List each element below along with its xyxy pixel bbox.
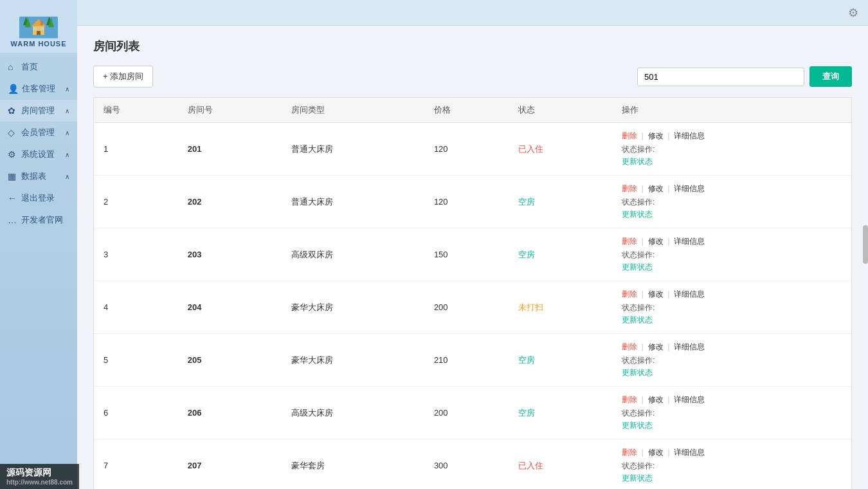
cell-status: 空房 [509,228,612,281]
detail-button[interactable]: 详细信息 [674,395,705,404]
edit-button[interactable]: 修改 [648,237,664,246]
sidebar-item-room[interactable]: ✿ 房间管理 ∧ [0,100,77,122]
cell-id: 2 [94,176,178,228]
logo-text: WARM HOUSE [11,40,67,48]
svg-rect-7 [37,31,41,35]
update-status-button[interactable]: 更新状态 [622,156,842,167]
detail-button[interactable]: 详细信息 [674,184,705,193]
cell-room-no: 202 [178,176,282,228]
content-area: 房间列表 + 添加房间 查询 编号 房间号 房间类型 价格 状态 操作 [77,26,868,489]
cell-room-no: 207 [178,439,282,490]
edit-button[interactable]: 修改 [648,342,664,351]
update-status-button[interactable]: 更新状态 [622,420,842,431]
sidebar-item-guest[interactable]: 👤 住客管理 ∧ [0,78,77,100]
svg-rect-10 [41,21,43,25]
cell-actions: 删除 | 修改 | 详细信息 状态操作: 更新状态 [612,334,851,387]
main-content: ⚙ 房间列表 + 添加房间 查询 编号 房间号 房间类型 价格 状态 操 [77,0,868,489]
toolbar: + 添加房间 查询 [93,66,852,88]
settings-icon[interactable]: ⚙ [848,6,858,20]
delete-button[interactable]: 删除 [622,131,637,140]
edit-button[interactable]: 修改 [648,131,664,140]
sidebar-item-member[interactable]: ◇ 会员管理 ∧ [0,122,77,143]
cell-status: 空房 [509,176,612,228]
watermark-url: http://www.net88.com [6,479,73,486]
watermark-text: 源码资源网 [6,467,51,477]
update-status-button[interactable]: 更新状态 [622,367,842,378]
cell-price: 200 [424,281,509,334]
data-arrow-icon: ∧ [65,173,69,180]
delete-button[interactable]: 删除 [622,184,637,193]
sidebar-label-room: 房间管理 [21,105,55,116]
update-status-button[interactable]: 更新状态 [622,473,842,484]
cell-type: 普通大床房 [282,176,424,228]
sidebar-nav: ⌂ 首页 👤 住客管理 ∧ ✿ 房间管理 ∧ ◇ 会员管理 ∧ ⚙ 系统设置 ∧… [0,53,77,231]
cell-room-no: 204 [178,281,282,334]
detail-button[interactable]: 详细信息 [674,342,705,351]
add-room-button[interactable]: + 添加房间 [93,66,153,88]
scroll-handle[interactable] [863,225,868,264]
col-header-id: 编号 [94,98,178,123]
cell-actions: 删除 | 修改 | 详细信息 状态操作: 更新状态 [612,228,851,281]
cell-room-no: 201 [178,123,282,176]
table-row: 6 206 高级大床房 200 空房 删除 | 修改 | 详细信息 状态操作: … [94,387,851,439]
member-arrow-icon: ∧ [65,129,69,136]
status-op-label: 状态操作: [622,408,842,419]
col-header-price: 价格 [424,98,509,123]
edit-button[interactable]: 修改 [648,395,664,404]
page-title: 房间列表 [93,39,852,54]
update-status-button[interactable]: 更新状态 [622,315,842,326]
sidebar-item-logout[interactable]: ← 退出登录 [0,187,77,209]
cell-room-no: 205 [178,334,282,387]
edit-button[interactable]: 修改 [648,448,664,457]
detail-button[interactable]: 详细信息 [674,290,705,299]
sidebar-item-data[interactable]: ▦ 数据表 ∧ [0,165,77,187]
col-header-room-no: 房间号 [178,98,282,123]
detail-button[interactable]: 详细信息 [674,131,705,140]
sidebar-item-system[interactable]: ⚙ 系统设置 ∧ [0,143,77,165]
cell-id: 1 [94,123,178,176]
room-arrow-icon: ∧ [65,107,69,115]
cell-status: 已入住 [509,123,612,176]
update-status-button[interactable]: 更新状态 [622,262,842,273]
sidebar-item-dev[interactable]: … 开发者官网 [0,209,77,231]
detail-button[interactable]: 详细信息 [674,237,705,246]
delete-button[interactable]: 删除 [622,448,637,457]
edit-button[interactable]: 修改 [648,290,664,299]
cell-price: 120 [424,176,509,228]
edit-button[interactable]: 修改 [648,184,664,193]
delete-button[interactable]: 删除 [622,395,637,404]
status-op-label: 状态操作: [622,461,842,472]
cell-status: 未打扫 [509,281,612,334]
delete-button[interactable]: 删除 [622,342,637,351]
cell-status: 空房 [509,387,612,439]
cell-actions: 删除 | 修改 | 详细信息 状态操作: 更新状态 [612,439,851,490]
room-icon: ✿ [8,106,18,116]
cell-id: 7 [94,439,178,490]
sidebar-item-home[interactable]: ⌂ 首页 [0,56,77,78]
delete-button[interactable]: 删除 [622,237,637,246]
delete-button[interactable]: 删除 [622,290,637,299]
sidebar-label-member: 会员管理 [21,127,55,138]
logo: WARM HOUSE [0,0,77,53]
search-area: 查询 [637,66,852,87]
update-status-button[interactable]: 更新状态 [622,209,842,220]
col-header-type: 房间类型 [282,98,424,123]
cell-actions: 删除 | 修改 | 详细信息 状态操作: 更新状态 [612,123,851,176]
table-row: 1 201 普通大床房 120 已入住 删除 | 修改 | 详细信息 状态操作:… [94,123,851,176]
system-icon: ⚙ [8,149,18,160]
svg-rect-9 [41,28,44,30]
sidebar-label-home: 首页 [21,61,38,73]
query-button[interactable]: 查询 [809,66,852,87]
sidebar-label-dev: 开发者官网 [21,214,63,226]
dev-icon: … [8,215,18,225]
cell-id: 5 [94,334,178,387]
detail-button[interactable]: 详细信息 [674,448,705,457]
logout-icon: ← [8,193,18,203]
table-row: 7 207 豪华套房 300 已入住 删除 | 修改 | 详细信息 状态操作: … [94,439,851,490]
status-op-label: 状态操作: [622,144,842,155]
room-table-container: 编号 房间号 房间类型 价格 状态 操作 1 201 普通大床房 120 已入住… [93,97,852,489]
search-input[interactable] [637,68,804,86]
cell-price: 120 [424,123,509,176]
sidebar-label-logout: 退出登录 [21,192,55,204]
table-header-row: 编号 房间号 房间类型 价格 状态 操作 [94,98,851,123]
